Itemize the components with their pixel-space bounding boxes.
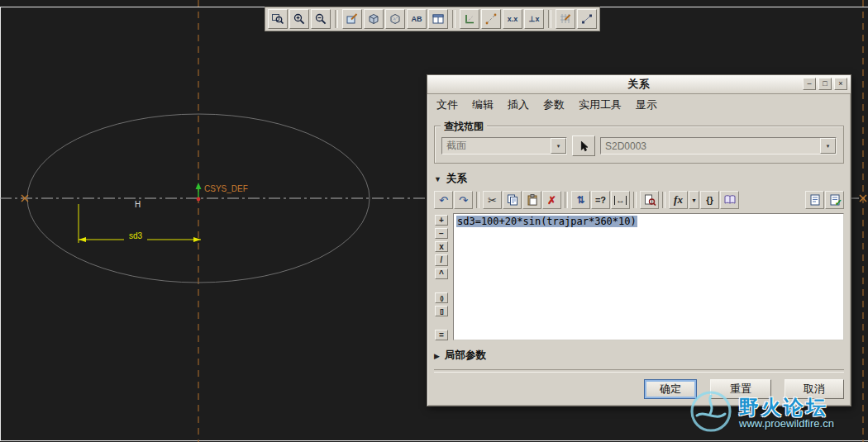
menu-show[interactable]: 显示 [636,97,657,112]
section-h-label: H [135,200,141,209]
units-icon: ↔ [614,196,627,205]
braces-icon: {} [706,195,713,205]
dialog-titlebar[interactable]: 关系 – □ × [427,75,851,94]
scope-value: 截面 [446,139,547,153]
relations-section-label: 关系 [446,172,467,186]
parameters-book-button[interactable] [720,191,739,209]
cut-button[interactable]: ✂ [483,191,502,209]
report-icon [808,193,822,207]
redo-icon: ↷ [459,194,468,207]
relations-section-header: ▼ 关系 [434,172,844,186]
power-operator-button[interactable]: ^ [435,269,448,279]
zoom-fit-button[interactable] [268,9,288,29]
look-in-scope-select[interactable]: 截面 ▾ [441,137,567,154]
menu-parameters[interactable]: 参数 [543,97,565,112]
book-icon [723,193,737,207]
watermark-text: 野火论坛 www.proewildfire.cn [739,397,834,430]
toolbar-separator [548,10,551,28]
search-icon [643,193,656,207]
dialog-title: 关系 [627,77,651,92]
zoom-in-button[interactable] [289,9,309,29]
toolbar-separator [565,192,568,208]
copy-button[interactable] [503,191,522,209]
relations-toolbar: ↶ ↷ ✂ ✗ [434,189,844,211]
insert-function-button[interactable]: fx [669,191,688,209]
function-dropdown-button[interactable]: ▾ [689,191,699,209]
undo-button[interactable]: ↶ [434,191,453,209]
chevron-down-icon[interactable]: ▾ [820,138,836,154]
delete-button[interactable]: ✗ [542,191,561,209]
look-in-label: 查找范围 [441,120,487,134]
pointer-arrow-icon [578,140,589,152]
sketch-orient-button[interactable] [460,9,479,29]
paste-button[interactable] [522,191,541,209]
menu-insert[interactable]: 插入 [508,97,529,112]
shaded-view-icon [367,12,380,26]
watermark-title: 野火论坛 [739,397,834,418]
zoom-out-button[interactable] [311,9,331,29]
green-check-icon: ✓ [835,197,842,208]
menu-edit[interactable]: 编辑 [472,97,494,112]
flame-logo-icon [688,388,734,438]
view-manager-button[interactable] [428,9,448,29]
collapse-arrow-icon[interactable]: ▼ [434,175,441,183]
verify-report-button[interactable]: ✓ [825,191,844,209]
verify-relations-button[interactable]: =? [591,191,610,209]
expand-arrow-icon[interactable]: ▶ [434,352,440,360]
datum-tag-button[interactable]: AB [407,9,427,29]
units-button[interactable]: ↔ [611,191,630,209]
repaint-button[interactable] [342,9,362,29]
multiply-operator-button[interactable]: x [435,241,448,252]
menu-file[interactable]: 文件 [436,97,458,112]
relations-dialog: 关系 – □ × 文件 编辑 插入 参数 实用工具 显示 查找范围 截面 ▾ [427,74,851,406]
operator-column: + − x / ^ () [] = [434,213,449,340]
copy-icon [506,193,519,207]
relation-editor[interactable]: sd3=100+20*sin(trajpar*360*10) [453,213,844,340]
dimension-label[interactable]: sd3 [129,231,143,240]
plus-operator-button[interactable]: + [435,215,448,226]
minimize-button[interactable]: – [803,78,816,90]
shaded-view-button[interactable] [364,9,384,29]
parentheses-button[interactable]: () [435,292,448,303]
braces-button[interactable]: {} [700,191,719,209]
local-parameters-label: 局部参数 [445,349,486,363]
vertex-display-icon [580,12,594,26]
close-button[interactable]: × [834,78,847,90]
cad-workspace: CSYS_DEF sd3 H [0,0,868,442]
grid-display-button[interactable] [556,9,575,29]
constraint-display-icon: ⊥x [529,15,540,23]
maximize-button[interactable]: □ [818,78,832,90]
paste-icon [526,193,539,207]
relation-edit-area: + − x / ^ () [] = sd3=100+20*sin(trajpar… [434,213,844,340]
zoom-out-icon [314,12,327,26]
redo-button[interactable]: ↷ [454,191,473,209]
dim-symbols-toggle-button[interactable]: ⇅ [571,191,590,209]
find-button[interactable] [640,191,659,209]
equals-button[interactable]: = [435,330,448,340]
dimension-sd3[interactable]: sd3 [79,204,201,243]
wireframe-view-button[interactable] [385,9,405,29]
delete-icon: ✗ [547,194,556,207]
dialog-content: 查找范围 截面 ▾ S2D0003 ▾ ▼ 关系 [427,115,851,406]
divide-operator-button[interactable]: / [435,254,448,265]
zoom-in-icon [293,12,306,26]
chevron-down-icon: ▾ [692,197,695,204]
brackets-button[interactable]: [] [435,306,448,316]
constraint-display-button[interactable]: ⊥x [524,9,544,29]
minus-operator-button[interactable]: − [435,228,448,239]
watermark: 野火论坛 www.proewildfire.cn [688,388,834,438]
vertex-display-button[interactable] [577,9,597,29]
cut-icon: ✂ [488,194,497,207]
axis-display-button[interactable] [481,9,501,29]
fx-icon: fx [674,193,683,207]
chevron-down-icon[interactable]: ▾ [551,138,566,154]
look-in-group: 查找范围 截面 ▾ S2D0003 ▾ [434,126,844,164]
report-button[interactable] [805,191,824,209]
select-object-button[interactable] [572,135,595,156]
object-name-select[interactable]: S2D0003 ▾ [600,137,837,154]
relation-equation: sd3=100+20*sin(trajpar*360*10) [456,216,637,227]
dim-display-button[interactable]: x.x [503,9,522,29]
toolbar-separator [633,192,637,208]
toolbar-separator [335,10,338,28]
menu-utilities[interactable]: 实用工具 [579,97,622,112]
